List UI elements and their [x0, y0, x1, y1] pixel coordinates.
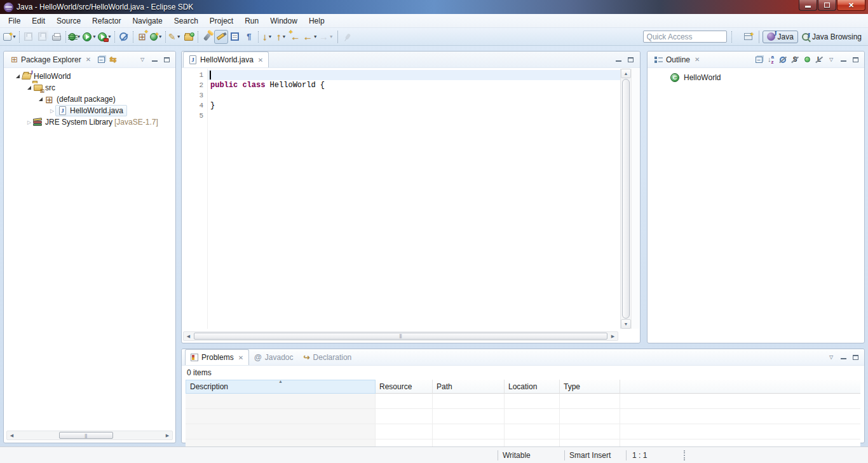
view-menu-button[interactable]: ▽ — [825, 54, 837, 66]
next-annotation-button[interactable]: ↓▼ — [261, 30, 275, 44]
scrollbar-thumb[interactable] — [59, 432, 113, 439]
open-type-button[interactable] — [182, 30, 196, 44]
column-header-resource[interactable]: Resource — [376, 380, 433, 394]
menu-run[interactable]: Run — [239, 15, 264, 27]
minimize-view-button[interactable] — [837, 54, 849, 66]
minimize-view-button[interactable] — [149, 54, 160, 66]
restore-button[interactable] — [818, 0, 836, 11]
maximize-view-button[interactable] — [850, 352, 861, 363]
scroll-left-icon[interactable]: ◀ — [7, 431, 17, 439]
hide-static-members-button[interactable]: S — [789, 54, 801, 66]
debug-button[interactable]: ▼ — [68, 30, 82, 44]
skip-all-breakpoints-button[interactable] — [117, 30, 131, 44]
open-element-button[interactable]: ✎▼ — [168, 30, 182, 44]
maximize-view-button[interactable] — [850, 54, 861, 66]
tab-outline[interactable]: Outline ✕ — [651, 52, 703, 68]
scrollbar-thumb[interactable] — [194, 333, 607, 340]
scroll-right-icon[interactable]: ▶ — [608, 332, 618, 340]
quick-access-input[interactable] — [643, 31, 727, 43]
pin-editor-button[interactable] — [341, 30, 355, 44]
hide-non-public-button[interactable] — [801, 54, 813, 66]
save-button[interactable] — [22, 30, 36, 44]
run-external-tools-button[interactable]: ▼ — [97, 30, 112, 44]
minimize-view-button[interactable] — [837, 352, 849, 363]
hide-fields-button[interactable] — [777, 54, 789, 66]
new-java-class-button[interactable]: ✦▼ — [149, 30, 163, 44]
scroll-left-icon[interactable]: ◀ — [184, 332, 193, 340]
run-button[interactable]: ▼ — [82, 30, 97, 44]
menu-edit[interactable]: Edit — [26, 15, 51, 27]
print-button[interactable] — [50, 30, 64, 44]
tree-item-jre-library[interactable]: ▷ JRE System Library [JavaSE-1.7] — [4, 116, 175, 128]
expander-icon[interactable]: ▷ — [49, 108, 55, 114]
outline-item-helloworld[interactable]: C HelloWorld — [670, 73, 721, 82]
toggle-mark-occurrences-button[interactable] — [214, 30, 228, 44]
perspective-java-browsing-button[interactable]: J Java Browsing — [798, 31, 865, 43]
maximize-view-button[interactable] — [161, 54, 172, 66]
view-menu-button[interactable]: ▽ — [825, 352, 837, 363]
tab-javadoc[interactable]: @ Javadoc — [249, 349, 298, 365]
tree-item-default-package[interactable]: ⊞ (default package) — [4, 93, 175, 105]
mark-occurrences-icon — [217, 33, 226, 41]
minimize-button[interactable] — [799, 0, 817, 11]
tree-item-helloworld-java[interactable]: ▷ J HelloWorld.java — [4, 105, 175, 116]
tree-item-project[interactable]: J HelloWorld — [4, 71, 175, 82]
save-all-button[interactable] — [36, 30, 50, 44]
open-perspective-button[interactable]: ✦ — [742, 30, 756, 44]
last-edit-location-button[interactable]: ←✦ — [288, 30, 302, 44]
close-view-icon[interactable]: ✕ — [86, 56, 91, 63]
new-java-project-button[interactable]: ⊞✦ — [135, 30, 149, 44]
previous-annotation-button[interactable]: ↑▼ — [275, 30, 288, 44]
tab-package-explorer[interactable]: ⊞ Package Explorer ✕ — [7, 52, 95, 68]
menu-project[interactable]: Project — [204, 15, 239, 27]
close-button[interactable]: ✕ — [837, 0, 865, 11]
sort-button[interactable]: ↓az — [765, 54, 776, 66]
package-explorer-horizontal-scrollbar[interactable]: ◀ ▶ — [6, 431, 173, 440]
new-wizard-button[interactable]: ✦▼ — [3, 30, 17, 44]
expander-icon[interactable] — [15, 74, 21, 78]
collapse-all-button[interactable]: – — [95, 54, 107, 66]
column-header-description[interactable]: ▲Description — [186, 380, 376, 394]
minimize-editor-button[interactable] — [613, 54, 624, 66]
link-with-editor-button[interactable]: ⇆ — [107, 54, 119, 66]
view-menu-button[interactable]: ▽ — [137, 54, 148, 66]
scrollbar-thumb[interactable] — [622, 79, 630, 319]
menu-navigate[interactable]: Navigate — [126, 15, 168, 27]
show-source-button[interactable] — [228, 30, 242, 44]
menu-file[interactable]: File — [3, 15, 26, 27]
forward-button[interactable]: →▼ — [318, 30, 334, 44]
scroll-down-icon[interactable]: ▼ — [621, 319, 631, 329]
show-whitespace-button[interactable]: ¶ — [242, 30, 256, 44]
maximize-editor-button[interactable] — [625, 54, 636, 66]
column-header-type[interactable]: Type — [560, 380, 620, 394]
close-view-icon[interactable]: ✕ — [238, 354, 243, 361]
collapse-all-button[interactable]: – — [753, 54, 764, 66]
hide-local-types-button[interactable]: L — [813, 54, 825, 66]
code-area[interactable]: public class HelloWorld { } — [208, 69, 620, 329]
tree-item-src[interactable]: ⊞ src — [4, 82, 175, 93]
editor-vertical-scrollbar[interactable]: ▲ ▼ — [620, 69, 631, 329]
scroll-right-icon[interactable]: ▶ — [163, 431, 172, 439]
menu-source[interactable]: Source — [51, 15, 86, 27]
close-view-icon[interactable]: ✕ — [695, 56, 700, 63]
perspective-java-button[interactable]: J Java — [763, 31, 798, 43]
menu-window[interactable]: Window — [264, 15, 303, 27]
tab-problems[interactable]: Problems ✕ — [185, 349, 249, 365]
menu-search[interactable]: Search — [168, 15, 204, 27]
close-editor-icon[interactable]: ✕ — [258, 57, 263, 64]
back-button[interactable]: ←▼ — [302, 30, 318, 44]
expander-icon[interactable] — [26, 86, 32, 90]
back-icon: ← — [303, 32, 313, 41]
menu-refactor[interactable]: Refactor — [86, 15, 126, 27]
scroll-up-icon[interactable]: ▲ — [621, 69, 631, 78]
tab-declaration[interactable]: ↪ Declaration — [298, 349, 356, 365]
expander-icon[interactable]: ▷ — [26, 120, 32, 125]
column-header-location[interactable]: Location — [505, 380, 560, 394]
menu-help[interactable]: Help — [303, 15, 330, 27]
expander-icon[interactable] — [37, 97, 44, 101]
column-header-path[interactable]: Path — [433, 380, 505, 394]
editor-tab-helloworld[interactable]: J HelloWorld.java ✕ — [183, 52, 269, 67]
java-search-button[interactable] — [200, 30, 214, 44]
scrollbar-track[interactable] — [17, 431, 163, 439]
editor-horizontal-scrollbar[interactable]: ◀ ▶ — [183, 331, 618, 341]
